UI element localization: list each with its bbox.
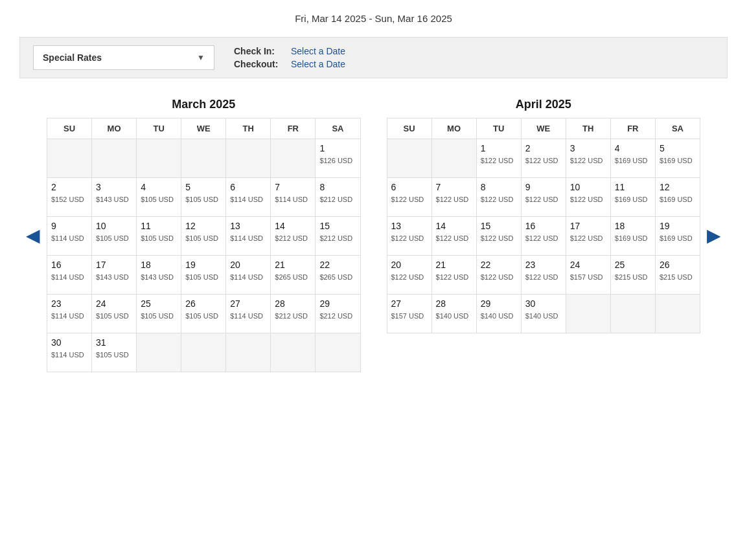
day-price: $212 USD xyxy=(319,311,356,320)
calendar-day[interactable]: 9$122 USD xyxy=(521,178,566,217)
calendar-day[interactable]: 5$105 USD xyxy=(181,178,226,217)
day-number: 1 xyxy=(319,143,356,153)
calendar-day[interactable]: 4$105 USD xyxy=(137,178,181,217)
day-number: 18 xyxy=(615,221,651,231)
day-price: $114 USD xyxy=(230,195,266,204)
calendar-day[interactable]: 7$122 USD xyxy=(431,178,476,217)
special-rates-dropdown[interactable]: Special Rates ▼ xyxy=(33,45,214,70)
calendar-day[interactable]: 26$215 USD xyxy=(655,256,700,295)
calendar-day[interactable]: 17$122 USD xyxy=(566,217,610,256)
calendar-day[interactable]: 21$265 USD xyxy=(271,256,316,295)
calendar-day[interactable]: 18$169 USD xyxy=(610,217,655,256)
day-price: $140 USD xyxy=(525,311,562,320)
calendar-day[interactable]: 29$140 USD xyxy=(476,295,521,333)
day-number: 25 xyxy=(141,298,177,309)
day-number: 22 xyxy=(481,260,517,270)
date-range-text: Fri, Mar 14 2025 - Sun, Mar 16 2025 xyxy=(295,13,452,24)
day-price: $105 USD xyxy=(96,311,132,320)
day-number: 4 xyxy=(141,182,177,192)
calendar-day[interactable]: 23$122 USD xyxy=(521,256,566,295)
day-number: 13 xyxy=(230,221,266,231)
calendar-day[interactable]: 5$169 USD xyxy=(655,139,700,178)
calendar-day[interactable]: 11$169 USD xyxy=(610,178,655,217)
calendar-day[interactable]: 24$157 USD xyxy=(566,256,610,295)
calendar-day[interactable]: 19$105 USD xyxy=(181,256,226,295)
next-month-button[interactable]: ▶ xyxy=(700,218,728,252)
calendar-day[interactable]: 27$157 USD xyxy=(387,295,431,333)
calendar-day[interactable]: 10$105 USD xyxy=(92,217,137,256)
calendar-day[interactable]: 22$265 USD xyxy=(316,256,360,295)
calendar-day[interactable]: 6$114 USD xyxy=(226,178,271,217)
calendar-day[interactable]: 13$122 USD xyxy=(387,217,431,256)
day-number: 16 xyxy=(51,260,87,270)
day-number: 4 xyxy=(615,143,651,153)
calendar-day[interactable]: 16$122 USD xyxy=(521,217,566,256)
calendar-day[interactable]: 18$143 USD xyxy=(137,256,181,295)
calendar-day[interactable]: 30$140 USD xyxy=(521,295,566,333)
calendar-day[interactable]: 1$126 USD xyxy=(316,139,360,178)
calendar-day[interactable]: 23$114 USD xyxy=(47,295,92,333)
day-header-mo: MO xyxy=(92,118,137,139)
calendar-day[interactable]: 29$212 USD xyxy=(316,295,360,333)
day-number: 17 xyxy=(96,260,132,270)
day-price: $105 USD xyxy=(185,195,222,204)
calendar-day[interactable]: 25$215 USD xyxy=(610,256,655,295)
date-range-header: Fri, Mar 14 2025 - Sun, Mar 16 2025 xyxy=(19,13,728,24)
calendar-day[interactable]: 25$105 USD xyxy=(137,295,181,333)
checkout-value[interactable]: Select a Date xyxy=(291,59,345,69)
march-title: March 2025 xyxy=(47,98,361,111)
calendar-day[interactable]: 15$122 USD xyxy=(476,217,521,256)
calendar-day[interactable]: 2$152 USD xyxy=(47,178,92,217)
calendar-day[interactable]: 31$105 USD xyxy=(92,333,137,372)
day-header-tu: TU xyxy=(137,118,181,139)
calendar-day[interactable]: 13$114 USD xyxy=(226,217,271,256)
calendar-day[interactable]: 4$169 USD xyxy=(610,139,655,178)
calendar-day[interactable]: 22$122 USD xyxy=(476,256,521,295)
calendar-day[interactable]: 3$143 USD xyxy=(92,178,137,217)
calendar-day xyxy=(226,333,271,372)
day-price: $126 USD xyxy=(319,156,356,165)
calendar-day[interactable]: 20$122 USD xyxy=(387,256,431,295)
calendar-day[interactable]: 20$114 USD xyxy=(226,256,271,295)
calendar-day[interactable]: 28$140 USD xyxy=(431,295,476,333)
day-number: 18 xyxy=(141,260,177,270)
day-price: $122 USD xyxy=(570,234,606,243)
calendar-day xyxy=(610,295,655,333)
calendar-day[interactable]: 7$114 USD xyxy=(271,178,316,217)
calendar-day[interactable]: 15$212 USD xyxy=(316,217,360,256)
calendar-day[interactable]: 1$122 USD xyxy=(476,139,521,178)
calendar-day[interactable]: 21$122 USD xyxy=(431,256,476,295)
day-price: $143 USD xyxy=(96,273,132,282)
calendar-day xyxy=(137,139,181,178)
week-row: 2$152 USD3$143 USD4$105 USD5$105 USD6$11… xyxy=(47,178,361,217)
day-number: 5 xyxy=(185,182,222,192)
calendar-day[interactable]: 26$105 USD xyxy=(181,295,226,333)
calendar-day[interactable]: 11$105 USD xyxy=(137,217,181,256)
calendar-day[interactable]: 30$114 USD xyxy=(47,333,92,372)
calendar-day[interactable]: 12$169 USD xyxy=(655,178,700,217)
week-row: 27$157 USD28$140 USD29$140 USD30$140 USD xyxy=(387,295,700,333)
calendar-day[interactable]: 12$105 USD xyxy=(181,217,226,256)
calendar-day[interactable]: 19$169 USD xyxy=(655,217,700,256)
calendar-day[interactable]: 17$143 USD xyxy=(92,256,137,295)
calendar-day[interactable]: 8$212 USD xyxy=(316,178,360,217)
calendar-day[interactable]: 27$114 USD xyxy=(226,295,271,333)
week-row: 1$122 USD2$122 USD3$122 USD4$169 USD5$16… xyxy=(387,139,700,178)
calendar-day[interactable]: 16$114 USD xyxy=(47,256,92,295)
day-price: $122 USD xyxy=(391,195,428,204)
calendar-day[interactable]: 14$212 USD xyxy=(271,217,316,256)
calendar-day[interactable]: 24$105 USD xyxy=(92,295,137,333)
day-number: 21 xyxy=(275,260,311,270)
calendar-day[interactable]: 6$122 USD xyxy=(387,178,431,217)
calendar-day[interactable]: 28$212 USD xyxy=(271,295,316,333)
check-in-value[interactable]: Select a Date xyxy=(291,46,345,56)
calendar-day[interactable]: 9$114 USD xyxy=(47,217,92,256)
prev-month-button[interactable]: ◀ xyxy=(19,218,47,252)
calendar-day[interactable]: 14$122 USD xyxy=(431,217,476,256)
day-number: 20 xyxy=(391,260,428,270)
calendar-day[interactable]: 2$122 USD xyxy=(521,139,566,178)
calendar-day[interactable]: 10$122 USD xyxy=(566,178,610,217)
calendar-day[interactable]: 8$122 USD xyxy=(476,178,521,217)
day-price: $105 USD xyxy=(185,311,222,320)
calendar-day[interactable]: 3$122 USD xyxy=(566,139,610,178)
